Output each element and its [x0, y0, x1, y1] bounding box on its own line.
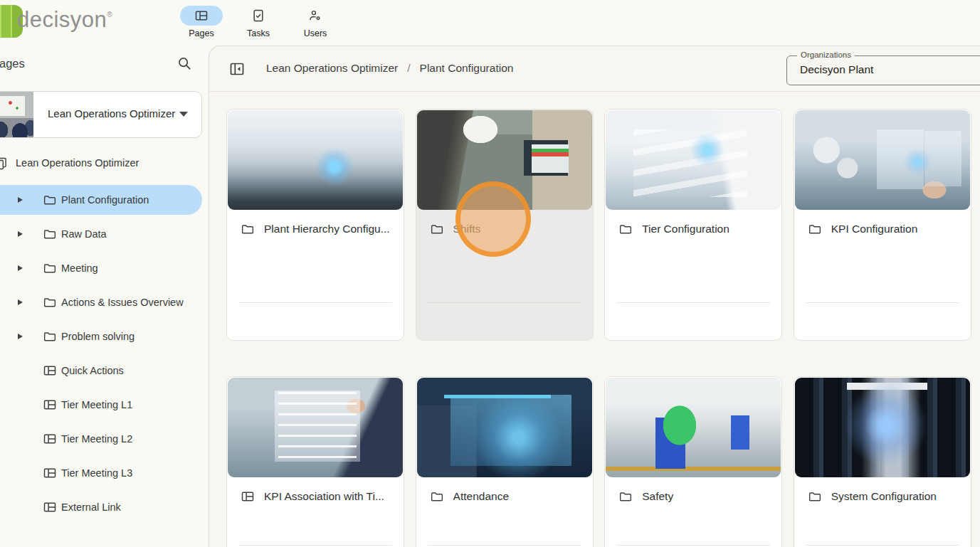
- card-tier-configuration[interactable]: Tier Configuration: [604, 109, 782, 341]
- folder-icon: [618, 222, 633, 236]
- sidebar: Pages Lean Operations Optimizer Lean Ope…: [0, 46, 209, 547]
- sidebar-item-actions-issues-overview[interactable]: Actions & Issues Overview: [0, 285, 209, 319]
- card-photo: [795, 110, 970, 210]
- pages-pill: [180, 6, 223, 26]
- card-shifts[interactable]: Shifts: [416, 109, 594, 341]
- chevron-right-icon[interactable]: [18, 197, 23, 203]
- pages-icon: [194, 9, 209, 23]
- sidebar-title: Pages: [0, 57, 25, 70]
- sidebar-item-tier-meeting-l1[interactable]: Tier Meeting L1: [0, 388, 209, 422]
- app-window: decisyon® Pages Tasks Users Pages Lean O…: [0, 0, 980, 547]
- search-icon: [176, 55, 192, 71]
- card-title: Plant Hierarchy Configu...: [264, 223, 390, 235]
- organizations-label: Organizations: [797, 51, 855, 59]
- card-title: Safety: [642, 490, 673, 503]
- sidebar-collapse-button[interactable]: [228, 60, 246, 78]
- page-icon: [43, 500, 57, 514]
- card-photo: [606, 110, 781, 210]
- page-icon: [43, 363, 57, 378]
- nav-tab-label: Users: [304, 28, 327, 38]
- sidebar-item-plant-configuration[interactable]: Plant Configuration: [0, 183, 209, 217]
- folder-icon: [43, 227, 57, 241]
- card-photo: [417, 110, 592, 210]
- folder-icon: [43, 329, 57, 344]
- card-kpi-configuration[interactable]: KPI Configuration: [794, 109, 971, 341]
- card-title: Attendance: [453, 490, 509, 503]
- card-photo: [228, 110, 403, 210]
- app-selector-thumbnail: [0, 92, 33, 137]
- card-title: KPI Association with Ti...: [264, 490, 384, 503]
- pages-stack-icon: [0, 156, 8, 171]
- main-panel: Lean Operations Optimizer / Plant Config…: [209, 46, 980, 547]
- nav-tab-label: Tasks: [247, 28, 270, 38]
- folder-icon: [808, 489, 822, 504]
- page-icon: [43, 398, 57, 412]
- app-selector-dropdown[interactable]: Lean Operations Optimizer: [0, 91, 202, 138]
- sidebar-item-tier-meeting-l3[interactable]: Tier Meeting L3: [0, 456, 209, 490]
- card-kpi-association-with-tiers[interactable]: KPI Association with Ti...: [226, 376, 404, 547]
- breadcrumb-item[interactable]: Lean Operations Optimizer: [266, 62, 398, 75]
- breadcrumb-bar: Lean Operations Optimizer / Plant Config…: [209, 46, 980, 92]
- app-selector-label: Lean Operations Optimizer: [48, 107, 175, 120]
- card-photo: [795, 378, 970, 477]
- card-title: Tier Configuration: [642, 223, 729, 235]
- breadcrumb-separator: /: [407, 62, 410, 75]
- organizations-select[interactable]: Organizations Decisyon Plant: [786, 55, 980, 85]
- folder-icon: [430, 222, 444, 236]
- sidebar-item-root[interactable]: Lean Operations Optimizer: [0, 152, 209, 175]
- card-title: Shifts: [453, 223, 481, 235]
- chevron-right-icon[interactable]: [18, 265, 23, 271]
- users-pill: [294, 6, 337, 26]
- card-system-configuration[interactable]: System Configuration: [794, 376, 971, 547]
- folder-icon: [618, 489, 633, 504]
- folder-icon: [43, 295, 57, 309]
- sidebar-item-meeting[interactable]: Meeting: [0, 251, 209, 285]
- card-title: System Configuration: [831, 490, 937, 503]
- card-photo: [417, 378, 592, 477]
- folder-icon: [43, 193, 57, 207]
- chevron-right-icon[interactable]: [18, 231, 23, 237]
- cards-grid: Plant Hierarchy Configu... Shifts Tier C…: [226, 109, 971, 547]
- card-photo: [228, 378, 403, 477]
- top-nav: Pages Tasks Users: [173, 6, 344, 38]
- decisyon-logo: decisyon®: [17, 7, 112, 33]
- page-icon: [43, 432, 57, 446]
- chevron-right-icon[interactable]: [18, 299, 23, 305]
- organizations-value: Decisyon Plant: [800, 63, 873, 76]
- card-plant-hierarchy-configuration[interactable]: Plant Hierarchy Configu...: [226, 109, 404, 341]
- page-icon: [241, 489, 255, 504]
- card-attendance[interactable]: Attendance: [416, 376, 594, 547]
- nav-tab-label: Pages: [189, 28, 214, 38]
- page-icon: [43, 466, 57, 480]
- nav-tab-pages[interactable]: Pages: [173, 6, 230, 38]
- breadcrumb-item-current: Plant Configuration: [420, 62, 514, 75]
- sidebar-item-raw-data[interactable]: Raw Data: [0, 217, 209, 251]
- breadcrumb: Lean Operations Optimizer / Plant Config…: [266, 62, 513, 75]
- folder-icon: [43, 261, 57, 275]
- sidebar-root-label: Lean Operations Optimizer: [16, 157, 139, 169]
- card-safety[interactable]: Safety: [604, 376, 782, 547]
- folder-icon: [430, 489, 444, 504]
- folder-icon: [808, 222, 822, 236]
- nav-tab-users[interactable]: Users: [287, 6, 344, 38]
- sidebar-item-problem-solving[interactable]: Problem solving: [0, 319, 209, 354]
- chevron-down-icon[interactable]: [179, 112, 188, 117]
- sidebar-item-external-link[interactable]: External Link: [0, 490, 209, 524]
- sidebar-item-quick-actions[interactable]: Quick Actions: [0, 354, 209, 388]
- card-title: KPI Configuration: [831, 223, 918, 235]
- users-icon: [308, 9, 322, 23]
- nav-tab-tasks[interactable]: Tasks: [230, 6, 287, 38]
- search-button[interactable]: [176, 55, 192, 71]
- tasks-pill: [237, 6, 280, 26]
- card-photo: [606, 378, 781, 477]
- folder-icon: [241, 222, 255, 236]
- chevron-right-icon[interactable]: [18, 334, 23, 339]
- collapse-panel-icon: [228, 60, 246, 78]
- sidebar-item-tier-meeting-l2[interactable]: Tier Meeting L2: [0, 422, 209, 456]
- tasks-icon: [251, 9, 265, 23]
